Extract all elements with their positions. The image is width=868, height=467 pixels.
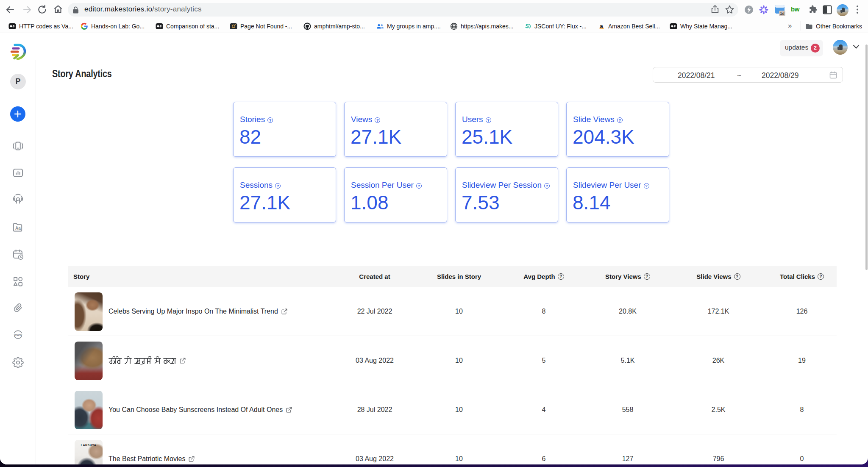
svg-text:1d: 1d — [780, 11, 785, 16]
svg-text:Aa: Aa — [15, 226, 21, 231]
svg-text:www: www — [14, 333, 22, 337]
